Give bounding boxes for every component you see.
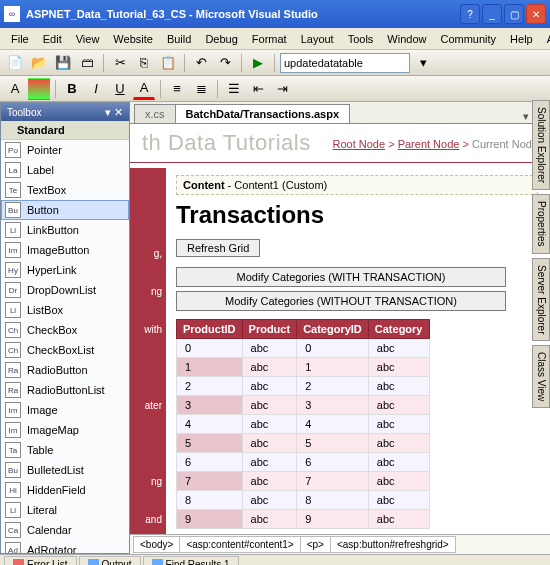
menu-build[interactable]: Build (160, 31, 198, 47)
menu-window[interactable]: Window (380, 31, 433, 47)
table-row[interactable]: 4abc4abc (177, 415, 430, 434)
design-surface[interactable]: Root Node > Parent Node > Current Node t… (130, 124, 550, 534)
menu-tools[interactable]: Tools (341, 31, 381, 47)
foreground-icon[interactable] (28, 78, 50, 100)
table-row[interactable]: 3abc3abc (177, 396, 430, 415)
tag-crumb[interactable]: <asp:content#content1> (179, 536, 300, 553)
underline-icon[interactable]: U (109, 78, 131, 100)
cut-icon[interactable]: ✂ (109, 52, 131, 74)
toolbox-item-textbox[interactable]: TeTextBox (1, 180, 129, 200)
toolbox-item-linkbutton[interactable]: LiLinkButton (1, 220, 129, 240)
table-row[interactable]: 2abc2abc (177, 377, 430, 396)
toolbox-item-imagemap[interactable]: ImImageMap (1, 420, 129, 440)
saveall-icon[interactable]: 🗃 (76, 52, 98, 74)
toolbox-item-calendar[interactable]: CaCalendar (1, 520, 129, 540)
copy-icon[interactable]: ⎘ (133, 52, 155, 74)
bold-icon[interactable]: B (61, 78, 83, 100)
redo-icon[interactable]: ↷ (214, 52, 236, 74)
toolbox-item-hiddenfield[interactable]: HiHiddenField (1, 480, 129, 500)
align-center-icon[interactable]: ≣ (190, 78, 212, 100)
table-row[interactable]: 0abc0abc (177, 339, 430, 358)
toolbox-item-image[interactable]: ImImage (1, 400, 129, 420)
refresh-grid-button[interactable]: Refresh Grid (176, 239, 260, 257)
list-icon[interactable]: ☰ (223, 78, 245, 100)
toolbox-item-adrotator[interactable]: AdAdRotator (1, 540, 129, 553)
side-panel-properties[interactable]: Properties (532, 194, 550, 254)
bottom-tab-find-results-1[interactable]: Find Results 1 (143, 556, 239, 565)
tab-dropdown-icon[interactable]: ▾ (523, 110, 529, 123)
new-icon[interactable]: 📄 (4, 52, 26, 74)
bc-root[interactable]: Root Node (333, 138, 386, 150)
toolbox-item-hyperlink[interactable]: HyHyperLink (1, 260, 129, 280)
menu-help[interactable]: Help (503, 31, 540, 47)
toolbox-item-bulletedlist[interactable]: BuBulletedList (1, 460, 129, 480)
dropdown-icon[interactable]: ▾ (412, 52, 434, 74)
bc-parent[interactable]: Parent Node (398, 138, 460, 150)
close-button[interactable]: ✕ (526, 4, 546, 24)
pin-icon[interactable]: ▾ ✕ (105, 106, 123, 119)
font-color-icon[interactable]: A (133, 78, 155, 100)
modify-without-transaction-button[interactable]: Modify Categories (WITHOUT TRANSACTION) (176, 291, 506, 311)
tag-crumb[interactable]: <asp:button#refreshgrid> (330, 536, 456, 553)
toolbox-item-checkboxlist[interactable]: ChCheckBoxList (1, 340, 129, 360)
menu-edit[interactable]: Edit (36, 31, 69, 47)
run-icon[interactable]: ▶ (247, 52, 269, 74)
toolbox-item-table[interactable]: TaTable (1, 440, 129, 460)
menu-view[interactable]: View (69, 31, 107, 47)
toolbox-item-imagebutton[interactable]: ImImageButton (1, 240, 129, 260)
tab-active[interactable]: BatchData/Transactions.aspx (175, 104, 350, 123)
col-product[interactable]: Product (242, 320, 297, 339)
open-icon[interactable]: 📂 (28, 52, 50, 74)
pager-1[interactable]: 1 (408, 532, 414, 534)
help-button[interactable]: ? (460, 4, 480, 24)
tab-inactive[interactable]: x.cs (134, 104, 176, 123)
bottom-tab-output[interactable]: Output (79, 556, 141, 565)
menu-community[interactable]: Community (433, 31, 503, 47)
toolbox-item-dropdownlist[interactable]: DrDropDownList (1, 280, 129, 300)
side-panel-server-explorer[interactable]: Server Explorer (532, 258, 550, 341)
paste-icon[interactable]: 📋 (157, 52, 179, 74)
style-icon[interactable]: A (4, 78, 26, 100)
table-row[interactable]: 1abc1abc (177, 358, 430, 377)
toolbox-item-radiobuttonlist[interactable]: RaRadioButtonList (1, 380, 129, 400)
tag-crumb[interactable]: <body> (133, 536, 180, 553)
products-grid[interactable]: ProductIDProductCategoryIDCategory 0abc0… (176, 319, 430, 529)
side-panel-class-view[interactable]: Class View (532, 345, 550, 408)
table-row[interactable]: 5abc5abc (177, 434, 430, 453)
minimize-button[interactable]: _ (482, 4, 502, 24)
col-productid[interactable]: ProductID (177, 320, 243, 339)
col-category[interactable]: Category (368, 320, 429, 339)
side-panel-solution-explorer[interactable]: Solution Explorer (532, 100, 550, 190)
toolbox-item-label[interactable]: LaLabel (1, 160, 129, 180)
toolbox-item-literal[interactable]: LiLiteral (1, 500, 129, 520)
toolbox-category[interactable]: Standard (1, 121, 129, 140)
align-left-icon[interactable]: ≡ (166, 78, 188, 100)
toolbox-item-button[interactable]: BuButton (1, 200, 129, 220)
toolbox-item-listbox[interactable]: LiListBox (1, 300, 129, 320)
toolbox-item-checkbox[interactable]: ChCheckBox (1, 320, 129, 340)
menu-layout[interactable]: Layout (294, 31, 341, 47)
indent-icon[interactable]: ⇤ (247, 78, 269, 100)
pager-2[interactable]: 2 (417, 532, 423, 534)
tag-crumb[interactable]: <p> (300, 536, 331, 553)
configuration-combo[interactable] (280, 53, 410, 73)
menu-file[interactable]: File (4, 31, 36, 47)
toolbox-item-radiobutton[interactable]: RaRadioButton (1, 360, 129, 380)
undo-icon[interactable]: ↶ (190, 52, 212, 74)
menu-website[interactable]: Website (106, 31, 160, 47)
save-icon[interactable]: 💾 (52, 52, 74, 74)
modify-with-transaction-button[interactable]: Modify Categories (WITH TRANSACTION) (176, 267, 506, 287)
maximize-button[interactable]: ▢ (504, 4, 524, 24)
table-row[interactable]: 7abc7abc (177, 472, 430, 491)
menu-debug[interactable]: Debug (198, 31, 244, 47)
table-row[interactable]: 9abc9abc (177, 510, 430, 529)
bottom-tab-error-list[interactable]: Error List (4, 556, 77, 565)
col-categoryid[interactable]: CategoryID (297, 320, 369, 339)
menu-addins[interactable]: Addins (540, 31, 550, 47)
table-row[interactable]: 6abc6abc (177, 453, 430, 472)
menu-format[interactable]: Format (245, 31, 294, 47)
italic-icon[interactable]: I (85, 78, 107, 100)
toolbox-item-pointer[interactable]: PoPointer (1, 140, 129, 160)
table-row[interactable]: 8abc8abc (177, 491, 430, 510)
outdent-icon[interactable]: ⇥ (271, 78, 293, 100)
